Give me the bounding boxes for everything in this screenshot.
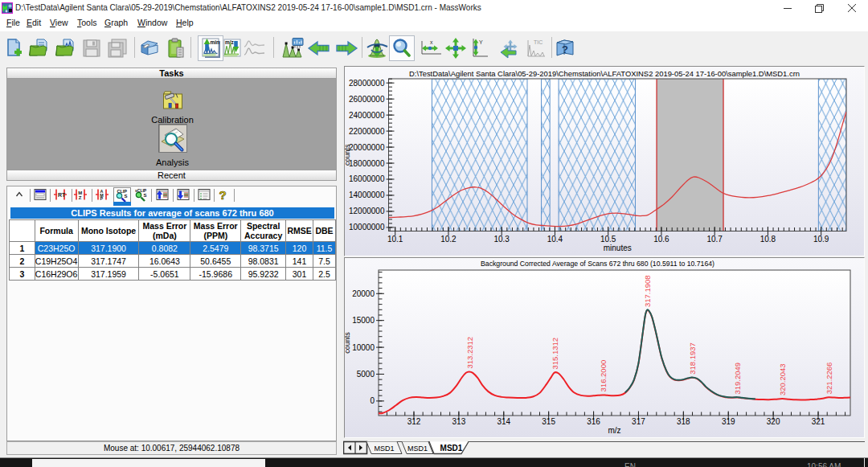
column-header[interactable]: Mass Error(PPM) [190, 220, 241, 242]
table-cell: 7.5 [313, 255, 336, 268]
doc-tab-label[interactable]: MSD1 [374, 444, 394, 453]
expand-y-icon: Y [469, 37, 491, 59]
new-file-button[interactable] [2, 35, 27, 61]
tic-button[interactable]: TIC [523, 35, 549, 61]
mz-range-icon: MZ [73, 187, 88, 202]
y-tick-label: 10000 [352, 343, 375, 352]
menu-view[interactable]: View [50, 18, 68, 27]
x-tick-label: 10.3 [493, 235, 510, 244]
calibration-panel-button[interactable] [280, 35, 305, 61]
save-icon [82, 39, 101, 58]
expand-y-button[interactable]: Y [467, 35, 493, 61]
save-all-icon [107, 38, 128, 59]
x-tick-label: 10.8 [760, 235, 776, 244]
print-button[interactable] [137, 35, 162, 61]
restore-button[interactable] [804, 0, 835, 16]
back-button[interactable] [306, 35, 332, 61]
analysis-label: Analysis [7, 158, 338, 167]
close-button[interactable] [836, 0, 867, 16]
selection-band[interactable] [542, 79, 551, 231]
table-cell: 50.6455 [190, 255, 241, 268]
sclips-button[interactable]: sCLIPS [133, 187, 150, 202]
chromatogram-view-icon: min [199, 37, 222, 59]
expand-x-button[interactable]: x [418, 35, 444, 61]
report-window-button[interactable] [31, 187, 49, 202]
x-axis-title: m/z [608, 426, 620, 435]
calibration-icon [162, 88, 183, 110]
export-table-button[interactable] [174, 187, 192, 202]
expand-x-icon: x [419, 38, 443, 59]
menu-graph[interactable]: Graph [104, 18, 128, 27]
desktop-taskbar-strip: EN 10:56 AM [0, 458, 868, 467]
import-table-button[interactable] [154, 187, 171, 202]
rt-range-button[interactable]: RT [51, 187, 69, 202]
menu-window[interactable]: Window [137, 18, 167, 27]
previous-view-icon [499, 38, 523, 59]
taskbar-clock: 10:56 AM [807, 462, 841, 467]
peak-label: 320.2043 [778, 363, 787, 395]
collapse-button[interactable] [10, 187, 28, 202]
peak-label: 313.2312 [465, 337, 474, 369]
chromatogram-chart[interactable]: D:\TestData\Agilent Santa Clara\05-29-20… [344, 66, 865, 256]
menu-edit[interactable]: Edit [27, 18, 41, 27]
spectrum-chart[interactable]: Background Corrected Average of Scans 67… [344, 257, 865, 438]
column-header[interactable]: Formula [35, 220, 78, 242]
toolbar-separator [190, 37, 191, 58]
doc-tab-label[interactable]: MSD1 [440, 444, 463, 453]
svg-text:?: ? [219, 188, 227, 202]
column-header[interactable] [10, 220, 35, 242]
svg-text:S: S [144, 193, 147, 198]
calibration-task-button[interactable]: Calibration [7, 88, 338, 125]
x-tick-label: 10.9 [813, 235, 829, 244]
results-toolbar-separator [214, 189, 215, 202]
column-header[interactable]: Mass Error(mDa) [139, 220, 190, 242]
open-data-icon [55, 38, 78, 59]
previous-view-button[interactable] [498, 35, 524, 61]
table-row[interactable]: 1C23H25O317.19000.80822.547998.371512011… [10, 242, 336, 255]
overlay-traces-button[interactable] [242, 35, 268, 61]
analysis-task-button[interactable]: Analysis [7, 124, 338, 167]
selection-band[interactable] [559, 79, 635, 231]
pan-button[interactable] [443, 35, 469, 61]
x-axis-title: minutes [604, 244, 632, 252]
menu-help[interactable]: Help [176, 18, 194, 27]
table-cell: 317.1900 [78, 242, 139, 255]
help-book-button[interactable]: ? [552, 35, 578, 61]
table-row[interactable]: 3C16H29O6317.1959-5.0651-15.968695.92323… [10, 268, 336, 281]
table-row[interactable]: 2C19H25O4317.174716.064350.645598.083114… [10, 255, 336, 268]
forward-button[interactable] [334, 35, 359, 61]
minimize-icon [784, 4, 792, 12]
report-list-button[interactable] [195, 187, 213, 202]
doc-tab-label[interactable]: MSD1 [407, 444, 428, 453]
results-table[interactable]: FormulaMono IsotopeMass Error(mDa)Mass E… [9, 219, 336, 281]
table-cell: 317.1959 [78, 268, 139, 281]
help-button[interactable]: ? [214, 187, 231, 202]
restore-icon [815, 4, 824, 13]
column-header[interactable]: RMSE [286, 220, 313, 242]
mz-range-button[interactable]: MZ [72, 187, 89, 202]
toolbar-separator [273, 37, 274, 58]
table-cell: 98.3715 [241, 242, 286, 255]
scan-range-band[interactable] [657, 79, 723, 231]
paste-button[interactable] [163, 35, 189, 61]
zoom-button[interactable] [389, 35, 415, 61]
save-button[interactable] [79, 35, 104, 61]
svg-text:min: min [211, 39, 220, 45]
save-all-button[interactable] [104, 35, 130, 61]
minimize-button[interactable] [772, 0, 803, 16]
clips-button[interactable]: CLIPS [113, 187, 131, 202]
selection-band[interactable] [818, 79, 846, 231]
column-header[interactable]: DBE [313, 220, 336, 242]
menu-file[interactable]: File [6, 18, 20, 27]
massworks-window: D:\TestData\Agilent Santa Clara\05-29-20… [0, 0, 868, 458]
chart-area: D:\TestData\Agilent Santa Clara\05-29-20… [343, 64, 866, 457]
column-header[interactable]: SpectralAccuracy [241, 220, 286, 242]
open-data-button[interactable] [54, 35, 80, 61]
results-toolbar-separator [50, 189, 51, 202]
open-file-button[interactable] [27, 35, 53, 61]
amp-range-button[interactable]: AMP [93, 187, 111, 202]
zoom-fit-button[interactable] [365, 35, 391, 61]
selection-band[interactable] [432, 79, 527, 231]
column-header[interactable]: Mono Isotope [78, 220, 139, 242]
menu-tools[interactable]: Tools [77, 18, 97, 27]
